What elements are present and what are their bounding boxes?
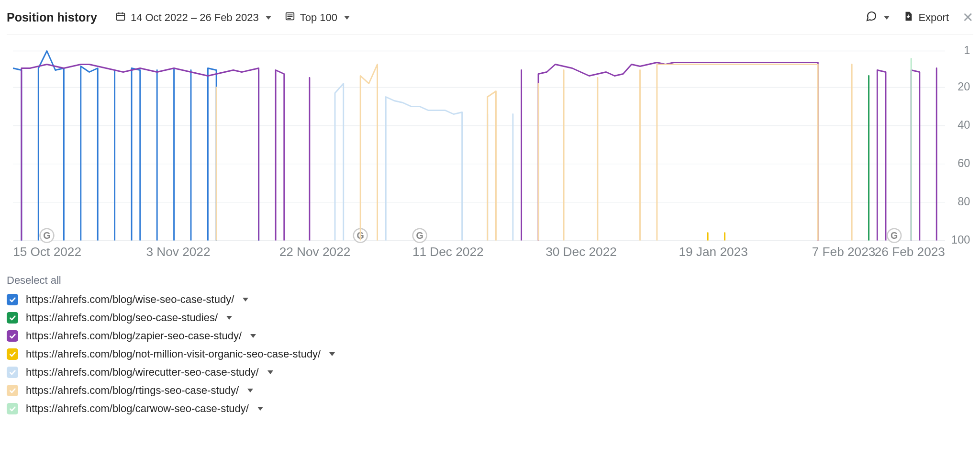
position-history-chart: 12040608010015 Oct 20223 Nov 202222 Nov … bbox=[7, 46, 973, 266]
svg-text:40: 40 bbox=[958, 119, 970, 131]
chevron-down-icon bbox=[884, 16, 890, 20]
legend-checkbox[interactable] bbox=[7, 367, 18, 378]
legend-checkbox[interactable] bbox=[7, 312, 18, 324]
legend-url: https://ahrefs.com/blog/rtings-seo-case-… bbox=[26, 384, 239, 397]
svg-rect-6 bbox=[287, 16, 292, 17]
legend-url: https://ahrefs.com/blog/wise-seo-case-st… bbox=[26, 293, 234, 306]
legend-url: https://ahrefs.com/blog/carwow-seo-case-… bbox=[26, 402, 249, 415]
scope-picker[interactable]: Top 100 bbox=[285, 11, 350, 24]
date-range-label: 14 Oct 2022 – 26 Feb 2023 bbox=[131, 11, 259, 24]
svg-text:G: G bbox=[891, 230, 898, 241]
export-label: Export bbox=[918, 11, 949, 24]
svg-text:26 Feb 2023: 26 Feb 2023 bbox=[875, 245, 945, 259]
svg-text:22 Nov 2022: 22 Nov 2022 bbox=[279, 245, 351, 259]
chevron-down-icon bbox=[344, 16, 350, 20]
series-wise-seo-case-study bbox=[81, 67, 98, 241]
list-icon bbox=[285, 11, 295, 24]
legend-checkbox[interactable] bbox=[7, 403, 18, 414]
series-zapier-seo-case-study bbox=[538, 63, 818, 241]
svg-text:100: 100 bbox=[951, 234, 970, 246]
chevron-down-icon bbox=[266, 16, 271, 20]
series-wise-seo-case-study bbox=[208, 68, 216, 241]
svg-text:11 Dec 2022: 11 Dec 2022 bbox=[412, 245, 484, 259]
legend-item: https://ahrefs.com/blog/wirecutter-seo-c… bbox=[7, 366, 973, 379]
comment-icon bbox=[866, 11, 877, 25]
series-zapier-seo-case-study bbox=[911, 70, 920, 241]
legend-list: https://ahrefs.com/blog/wise-seo-case-st… bbox=[7, 293, 973, 415]
series-zapier-seo-case-study bbox=[276, 70, 284, 241]
legend-checkbox[interactable] bbox=[7, 385, 18, 396]
svg-text:1: 1 bbox=[964, 46, 970, 56]
google-update-badge[interactable]: G bbox=[887, 229, 901, 243]
svg-text:60: 60 bbox=[958, 157, 970, 169]
series-wirecutter-seo-case-study bbox=[386, 97, 462, 241]
legend-item-menu[interactable] bbox=[226, 316, 232, 320]
legend-item-menu[interactable] bbox=[250, 334, 256, 338]
legend-url: https://ahrefs.com/blog/seo-case-studies… bbox=[26, 312, 218, 324]
google-update-badge[interactable]: G bbox=[413, 229, 427, 243]
svg-text:30 Dec 2022: 30 Dec 2022 bbox=[546, 245, 617, 259]
series-rtings-seo-case-study bbox=[657, 65, 818, 241]
svg-text:7 Feb 2023: 7 Feb 2023 bbox=[812, 245, 876, 259]
legend-item: https://ahrefs.com/blog/seo-case-studies… bbox=[7, 312, 973, 324]
toolbar: Position history 14 Oct 2022 – 26 Feb 20… bbox=[7, 7, 973, 34]
series-wise-seo-case-study bbox=[132, 68, 140, 241]
svg-rect-7 bbox=[287, 18, 290, 19]
export-button[interactable]: Export bbox=[903, 11, 949, 24]
date-range-picker[interactable]: 14 Oct 2022 – 26 Feb 2023 bbox=[115, 11, 271, 24]
deselect-all-button[interactable]: Deselect all bbox=[7, 274, 973, 287]
svg-rect-5 bbox=[287, 14, 292, 15]
svg-text:19 Jan 2023: 19 Jan 2023 bbox=[679, 245, 747, 259]
legend-item: https://ahrefs.com/blog/wise-seo-case-st… bbox=[7, 293, 973, 306]
series-rtings-seo-case-study bbox=[488, 91, 496, 241]
legend-url: https://ahrefs.com/blog/not-million-visi… bbox=[26, 348, 321, 360]
svg-text:15 Oct 2022: 15 Oct 2022 bbox=[13, 245, 81, 259]
svg-text:20: 20 bbox=[958, 80, 970, 93]
svg-text:80: 80 bbox=[958, 195, 970, 208]
legend-item: https://ahrefs.com/blog/zapier-seo-case-… bbox=[7, 330, 973, 342]
svg-rect-0 bbox=[117, 13, 125, 20]
series-rtings-seo-case-study bbox=[360, 65, 377, 241]
legend-checkbox[interactable] bbox=[7, 330, 18, 342]
svg-text:3 Nov 2022: 3 Nov 2022 bbox=[146, 245, 210, 259]
svg-text:G: G bbox=[416, 230, 423, 241]
legend-checkbox[interactable] bbox=[7, 348, 18, 360]
comments-button[interactable] bbox=[866, 11, 890, 25]
chart-svg: 12040608010015 Oct 20223 Nov 202222 Nov … bbox=[7, 46, 973, 266]
calendar-icon bbox=[115, 11, 126, 24]
series-wise-seo-case-study bbox=[38, 51, 64, 240]
legend-item: https://ahrefs.com/blog/rtings-seo-case-… bbox=[7, 384, 973, 397]
legend-item-menu[interactable] bbox=[267, 370, 273, 374]
legend-item-menu[interactable] bbox=[329, 352, 335, 356]
svg-text:G: G bbox=[43, 230, 50, 241]
legend-item: https://ahrefs.com/blog/carwow-seo-case-… bbox=[7, 402, 973, 415]
legend-item-menu[interactable] bbox=[243, 298, 248, 302]
google-update-badge[interactable]: G bbox=[40, 229, 54, 243]
legend-item-menu[interactable] bbox=[257, 407, 263, 411]
scope-label: Top 100 bbox=[300, 11, 337, 24]
legend-checkbox[interactable] bbox=[7, 294, 18, 305]
legend-url: https://ahrefs.com/blog/wirecutter-seo-c… bbox=[26, 366, 259, 379]
series-zapier-seo-case-study bbox=[877, 70, 886, 241]
download-icon bbox=[903, 11, 913, 24]
series-wirecutter-seo-case-study bbox=[335, 84, 344, 241]
legend-item: https://ahrefs.com/blog/not-million-visi… bbox=[7, 348, 973, 360]
close-button[interactable]: ✕ bbox=[962, 10, 973, 25]
series-wise-seo-case-study bbox=[13, 68, 22, 241]
legend-item-menu[interactable] bbox=[247, 389, 253, 392]
legend-url: https://ahrefs.com/blog/zapier-seo-case-… bbox=[26, 330, 242, 342]
page-title: Position history bbox=[7, 11, 97, 24]
